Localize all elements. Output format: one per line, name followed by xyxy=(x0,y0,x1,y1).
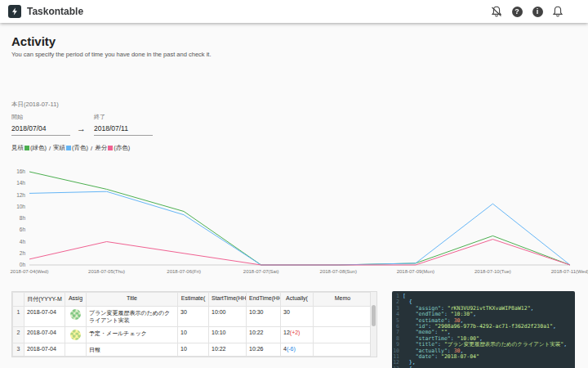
x-tick-label: 2018-07-08(Sun) xyxy=(320,269,357,274)
page-subtitle: You can specify the period of time you h… xyxy=(11,51,588,58)
title-cell[interactable]: 日報 xyxy=(87,343,178,357)
assignee-avatar xyxy=(70,309,81,320)
notifications-off-icon[interactable] xyxy=(491,6,502,17)
memo-cell[interactable] xyxy=(314,327,372,343)
start-time-cell[interactable]: 10:22 xyxy=(209,343,247,357)
column-header-actually[interactable]: Actually( xyxy=(281,293,314,307)
start-time-cell[interactable]: 10:10 xyxy=(209,327,247,343)
start-date-input[interactable] xyxy=(11,123,70,136)
column-header-date[interactable]: 日付(YYYY-M xyxy=(24,293,65,307)
tasks-table-wrap: 日付(YYYY-MAssigTitleEstimate(StartTime(HH… xyxy=(11,291,377,357)
legend-diff-swatch xyxy=(108,146,113,150)
legend-separator: / xyxy=(49,145,51,152)
x-tick-label: 2018-07-07(Sat) xyxy=(243,269,279,274)
activity-chart-section: 0h2h4h6h8h10h12h14h16h2018-07-04(Wed)201… xyxy=(8,160,588,283)
chart-line-diff xyxy=(29,240,570,265)
legend-diff-colorname: (赤色) xyxy=(114,144,130,152)
start-date-field: 開始 xyxy=(11,113,75,136)
estimate-cell[interactable]: 10 xyxy=(178,327,209,343)
json-lines: 1[2 {3 "assign": "rKN3VU92ivtTKXvaWIP8aW… xyxy=(392,294,575,368)
estimate-cell[interactable]: 10 xyxy=(178,343,209,357)
x-tick-label: 2018-07-09(Mon) xyxy=(397,269,434,274)
legend-actual-swatch xyxy=(66,146,71,150)
end-time-cell[interactable]: 10:22 xyxy=(247,327,281,343)
column-header-estimate[interactable]: Estimate( xyxy=(178,293,209,307)
end-date-field: 終了 xyxy=(94,113,158,136)
y-tick-label: 0h xyxy=(20,262,26,267)
column-header-memo[interactable]: Memo xyxy=(314,293,372,307)
title-cell[interactable]: プラン変更履歴表示のためのクライアント実装 xyxy=(87,307,178,327)
column-header-assign[interactable]: Assig xyxy=(65,293,87,307)
activity-line-chart: 0h2h4h6h8h10h12h14h16h2018-07-04(Wed)201… xyxy=(8,160,588,283)
estimate-cell[interactable]: 30 xyxy=(178,307,209,327)
lightning-icon xyxy=(10,7,20,16)
table-row: 22018-07-04予定・メールチェック1010:1010:2212(+2) xyxy=(13,327,372,343)
column-header-start-time[interactable]: StartTime(HH: xyxy=(209,293,247,307)
json-line: 11 "date": "2018-07-04" xyxy=(392,354,575,360)
actually-delta: (+2) xyxy=(290,330,301,335)
row-number-cell[interactable]: 1 xyxy=(13,307,24,327)
x-tick-label: 2018-07-10(Tue) xyxy=(474,269,511,274)
legend-estimate-colorname: (緑色) xyxy=(30,144,47,152)
assign-cell[interactable] xyxy=(65,327,87,343)
memo-cell[interactable] xyxy=(314,343,372,357)
chart-line-actual xyxy=(29,191,570,265)
end-time-cell[interactable]: 10:26 xyxy=(247,343,281,357)
period-picker: 本日(2018-07-11) 開始 → 終了 見積 (緑色) / 実績 (青色)… xyxy=(11,101,588,152)
x-tick-label: 2018-07-04(Wed) xyxy=(11,269,49,274)
notifications-icon[interactable] xyxy=(552,6,564,17)
y-tick-label: 12h xyxy=(16,192,25,198)
date-cell[interactable]: 2018-07-04 xyxy=(24,307,65,327)
app-title: Taskontable xyxy=(27,6,83,17)
date-cell[interactable]: 2018-07-04 xyxy=(24,327,65,343)
column-header-title[interactable]: Title xyxy=(87,293,178,307)
table-scrollbar-thumb[interactable] xyxy=(372,305,376,326)
legend-estimate-swatch xyxy=(24,146,29,150)
actually-cell[interactable]: 30 xyxy=(281,307,314,327)
end-time-cell[interactable]: 10:30 xyxy=(247,307,281,327)
x-tick-label: 2018-07-05(Thu) xyxy=(88,269,125,274)
legend-estimate-label: 見積 xyxy=(11,144,24,152)
bell-glyph xyxy=(552,6,564,17)
memo-cell[interactable] xyxy=(314,307,372,327)
x-tick-label: 2018-07-11(Wed) xyxy=(551,269,588,274)
actually-cell[interactable]: 4(-6) xyxy=(281,343,314,357)
y-tick-label: 10h xyxy=(16,204,25,209)
x-tick-label: 2018-07-06(Fri) xyxy=(167,269,201,274)
legend-diff-label: 差分 xyxy=(95,144,107,152)
legend-separator: / xyxy=(91,145,92,152)
json-code-viewer[interactable]: 1[2 {3 "assign": "rKN3VU92ivtTKXvaWIP8aW… xyxy=(392,291,575,368)
title-cell[interactable]: 予定・メールチェック xyxy=(87,327,178,343)
bottom-panels: 日付(YYYY-MAssigTitleEstimate(StartTime(HH… xyxy=(11,291,577,368)
table-header-row: 日付(YYYY-MAssigTitleEstimate(StartTime(HH… xyxy=(13,293,372,307)
row-number-cell[interactable]: 3 xyxy=(13,343,24,357)
info-icon[interactable]: i xyxy=(532,6,543,17)
help-icon[interactable]: ? xyxy=(511,6,523,17)
table-row: 12018-07-04プラン変更履歴表示のためのクライアント実装3010:001… xyxy=(13,307,372,327)
y-tick-label: 6h xyxy=(20,227,26,232)
table-scrollbar[interactable] xyxy=(370,292,376,357)
y-tick-label: 2h xyxy=(20,250,26,256)
start-time-cell[interactable]: 10:00 xyxy=(209,307,247,327)
start-date-label: 開始 xyxy=(11,113,75,121)
column-header-end-time[interactable]: EndTime(HH: xyxy=(247,293,281,307)
actually-cell[interactable]: 12(+2) xyxy=(281,327,314,343)
y-tick-label: 16h xyxy=(16,168,25,174)
row-number-cell[interactable]: 2 xyxy=(13,327,24,343)
chart-legend: 見積 (緑色) / 実績 (青色) / 差分 (赤色) xyxy=(11,144,588,152)
y-tick-label: 4h xyxy=(20,239,26,245)
arrow-right-icon: → xyxy=(77,123,86,133)
date-cell[interactable]: 2018-07-04 xyxy=(24,343,65,357)
assign-cell[interactable] xyxy=(65,343,87,357)
app-logo-icon[interactable] xyxy=(8,5,21,18)
period-fields: 開始 → 終了 xyxy=(11,113,588,136)
assignee-avatar xyxy=(70,330,81,340)
app-bar: Taskontable ? i xyxy=(0,0,588,23)
info-glyph: i xyxy=(532,7,543,17)
page-title: Activity xyxy=(11,34,588,48)
assign-cell[interactable] xyxy=(65,307,87,327)
column-header-row-corner[interactable] xyxy=(13,293,24,307)
table-row: 32018-07-04日報1010:2210:264(-6) xyxy=(13,343,372,357)
end-date-label: 終了 xyxy=(94,113,158,121)
end-date-input[interactable] xyxy=(94,123,153,136)
